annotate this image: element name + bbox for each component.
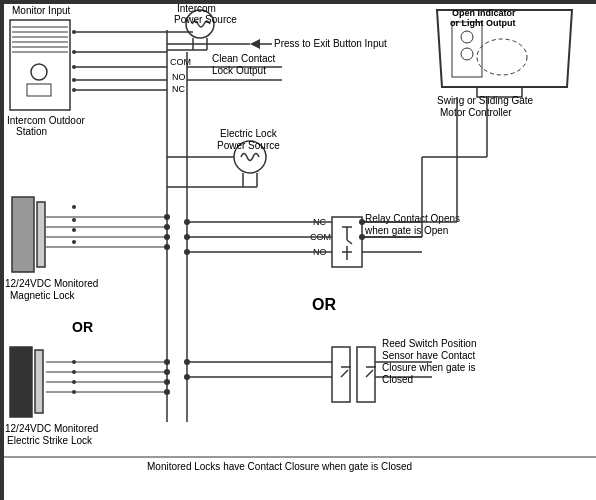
svg-point-40 <box>72 218 76 222</box>
svg-point-70 <box>164 369 170 375</box>
svg-point-82 <box>184 219 190 225</box>
svg-point-96 <box>184 359 190 365</box>
elec-lock-power-label2: Power Source <box>217 140 280 151</box>
magnetic-lock-label: 12/24VDC Monitored <box>5 278 98 289</box>
svg-point-97 <box>184 374 190 380</box>
magnetic-lock-label2: Magnetic Lock <box>10 290 75 301</box>
nc-label: NC <box>172 84 185 94</box>
svg-point-53 <box>164 234 170 240</box>
swing-gate-label: Swing or Sliding Gate <box>437 95 534 106</box>
clean-contact-label: Clean Contact <box>212 53 276 64</box>
clean-contact-label2: Lock Output <box>212 65 266 76</box>
or-label2: OR <box>312 296 336 313</box>
press-to-exit-label: Press to Exit Button Input <box>274 38 387 49</box>
reed-switch-label3: Closure when gate is <box>382 362 475 373</box>
swing-gate-label2: Motor Controller <box>440 107 512 118</box>
intercom-power-label: Intercom <box>177 3 216 14</box>
svg-point-54 <box>164 244 170 250</box>
svg-point-83 <box>184 234 190 240</box>
open-indicator-label: Open Indicator <box>452 8 516 18</box>
intercom-outdoor-label: Intercom Outdoor <box>7 115 85 126</box>
monitored-locks-label: Monitored Locks have Contact Closure whe… <box>147 461 412 472</box>
svg-rect-56 <box>35 350 43 413</box>
svg-point-52 <box>164 224 170 230</box>
open-indicator-label2: or Light Output <box>450 18 515 28</box>
reed-switch-label2: Sensor have Contact <box>382 350 476 361</box>
svg-rect-55 <box>10 347 32 417</box>
no-label: NO <box>172 72 186 82</box>
svg-point-110 <box>359 219 365 225</box>
svg-point-111 <box>359 234 365 240</box>
relay-contact-label2: when gate is Open <box>364 225 448 236</box>
reed-switch-label4: Closed <box>382 374 413 385</box>
svg-point-71 <box>164 379 170 385</box>
com-label: COM <box>170 57 191 67</box>
intercom-outdoor-label2: Station <box>16 126 47 137</box>
svg-point-51 <box>164 214 170 220</box>
svg-point-42 <box>72 240 76 244</box>
svg-point-39 <box>72 205 76 209</box>
elec-lock-power-label: Electric Lock <box>220 128 278 139</box>
wiring-diagram: Monitor Input Intercom Outdoor Station I… <box>0 0 596 500</box>
svg-point-41 <box>72 228 76 232</box>
or-label1: OR <box>72 319 93 335</box>
intercom-power-label2: Power Source <box>174 14 237 25</box>
monitor-input-label: Monitor Input <box>12 5 71 16</box>
svg-point-69 <box>164 359 170 365</box>
electric-strike-label: 12/24VDC Monitored <box>5 423 98 434</box>
svg-rect-37 <box>12 197 34 272</box>
reed-switch-label: Reed Switch Position <box>382 338 477 349</box>
svg-point-84 <box>184 249 190 255</box>
electric-strike-label2: Electric Strike Lock <box>7 435 93 446</box>
svg-point-72 <box>164 389 170 395</box>
svg-rect-38 <box>37 202 45 267</box>
